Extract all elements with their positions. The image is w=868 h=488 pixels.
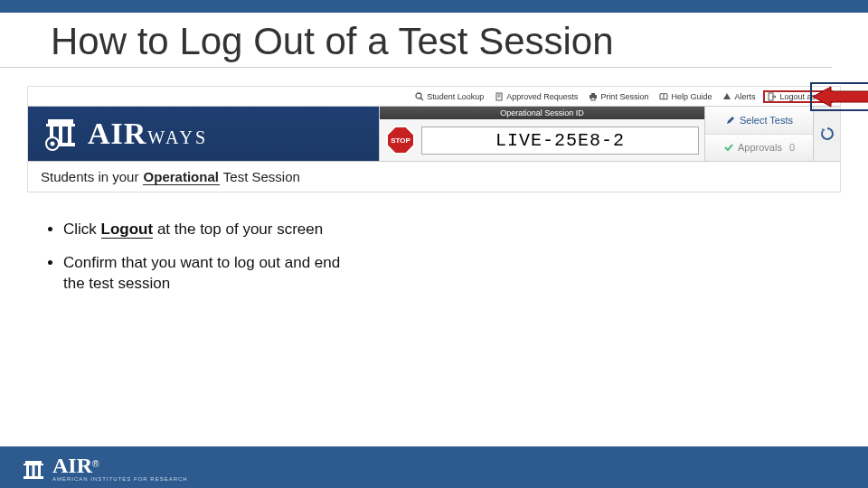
brand-ways: WAYS bbox=[147, 127, 208, 148]
svg-rect-10 bbox=[48, 119, 73, 124]
toolbar-label: Alerts bbox=[734, 92, 755, 101]
svg-rect-27 bbox=[24, 476, 43, 479]
printer-icon bbox=[589, 92, 598, 101]
svg-rect-24 bbox=[26, 465, 29, 476]
approvals-count: 0 bbox=[789, 142, 795, 153]
list-item: Click Logout at the top of your screen bbox=[63, 220, 353, 240]
svg-marker-21 bbox=[813, 87, 868, 107]
svg-line-1 bbox=[420, 98, 423, 100]
toolbar-label: Help Guide bbox=[671, 92, 712, 101]
slide-title: How to Log Out of a Test Session bbox=[0, 13, 832, 68]
students-post: Test Session bbox=[220, 169, 300, 184]
approved-requests-button[interactable]: Approved Requests bbox=[492, 91, 580, 102]
toolbar-label: Approved Requests bbox=[506, 92, 578, 101]
svg-point-0 bbox=[416, 93, 421, 99]
svg-rect-25 bbox=[33, 465, 35, 476]
brand-air: AIR bbox=[88, 117, 146, 151]
footer-subtitle: AMERICAN INSTITUTES FOR RESEARCH bbox=[52, 476, 188, 482]
bullet-emphasis: Logout bbox=[101, 221, 154, 239]
footer-column-icon bbox=[22, 458, 45, 482]
alert-icon bbox=[722, 92, 731, 101]
app-toolbar: Student Lookup Approved Requests Print S… bbox=[28, 87, 840, 107]
brand-bar: AIR WAYS bbox=[28, 107, 379, 161]
registered-mark: ® bbox=[92, 458, 99, 468]
select-tests-button[interactable]: Select Tests bbox=[705, 107, 813, 135]
footer-logo: AIR® AMERICAN INSTITUTES FOR RESEARCH bbox=[22, 454, 188, 482]
session-id: LIVE-25E8-2 bbox=[421, 127, 699, 155]
instruction-list: Click Logout at the top of your screen C… bbox=[63, 220, 353, 295]
document-icon bbox=[495, 92, 504, 101]
students-pre: Students in your bbox=[41, 169, 143, 184]
svg-rect-7 bbox=[591, 98, 595, 100]
toolbar-label: Print Session bbox=[600, 92, 648, 101]
list-item: Confirm that you want to log out and end… bbox=[63, 253, 353, 295]
slide-footer: AIR® AMERICAN INSTITUTES FOR RESEARCH bbox=[0, 446, 868, 488]
svg-rect-26 bbox=[38, 465, 41, 476]
logout-icon bbox=[768, 92, 777, 101]
callout-arrow bbox=[809, 81, 868, 116]
stop-icon: STOP bbox=[385, 125, 416, 155]
session-panel: Operational Session ID STOP LIVE-25E8-2 bbox=[379, 107, 704, 161]
bullet-text: Click bbox=[63, 221, 101, 238]
book-icon bbox=[659, 92, 668, 101]
brand-column-icon bbox=[42, 116, 79, 152]
brand-text: AIR WAYS bbox=[88, 117, 208, 151]
alerts-button[interactable]: Alerts bbox=[720, 91, 758, 102]
bullet-text: Confirm that you want to log out and end… bbox=[63, 254, 340, 292]
side-actions: Select Tests Approvals 0 bbox=[704, 107, 813, 161]
app-screenshot: Student Lookup Approved Requests Print S… bbox=[27, 86, 841, 192]
svg-rect-23 bbox=[24, 464, 43, 465]
search-icon bbox=[415, 92, 424, 101]
pencil-icon bbox=[725, 115, 736, 126]
help-guide-button[interactable]: Help Guide bbox=[656, 91, 714, 102]
check-icon bbox=[723, 142, 734, 153]
print-session-button[interactable]: Print Session bbox=[586, 91, 651, 102]
svg-rect-14 bbox=[68, 127, 71, 143]
svg-rect-11 bbox=[46, 124, 75, 127]
stop-button[interactable]: STOP bbox=[385, 125, 416, 155]
red-arrow-icon bbox=[809, 81, 868, 112]
toolbar-label: Student Lookup bbox=[427, 92, 484, 101]
svg-rect-13 bbox=[59, 127, 62, 143]
refresh-icon bbox=[819, 126, 835, 142]
bullet-text: at the top of your screen bbox=[153, 221, 323, 238]
student-lookup-button[interactable]: Student Lookup bbox=[412, 91, 486, 102]
svg-text:STOP: STOP bbox=[391, 136, 410, 145]
approvals-label: Approvals bbox=[738, 142, 782, 153]
svg-rect-22 bbox=[25, 461, 42, 464]
svg-rect-6 bbox=[591, 93, 595, 95]
svg-point-17 bbox=[51, 142, 55, 146]
session-header: Operational Session ID bbox=[380, 107, 704, 119]
slide-top-bar bbox=[0, 0, 868, 13]
students-heading: Students in your Operational Test Sessio… bbox=[28, 161, 840, 192]
students-operational: Operational bbox=[143, 169, 220, 185]
banner-row: AIR WAYS Operational Session ID STOP LIV… bbox=[28, 107, 840, 161]
approvals-button[interactable]: Approvals 0 bbox=[705, 135, 813, 162]
select-tests-label: Select Tests bbox=[740, 115, 793, 126]
footer-air: AIR bbox=[52, 454, 92, 477]
